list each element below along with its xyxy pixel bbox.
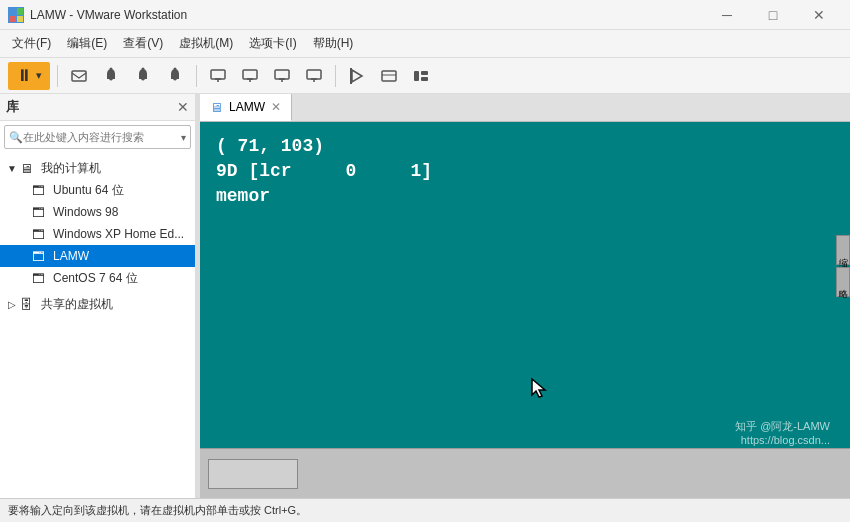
watermark-line2: https://blog.csdn... [735,434,830,446]
window-title: LAMW - VMware Workstation [30,8,187,22]
svg-point-6 [142,67,145,70]
svg-marker-20 [352,70,362,82]
tree-item-lamw[interactable]: 🗔 LAMW [0,245,195,267]
tree-expand-shared: ▷ [4,299,20,310]
toolbar-bell2-button[interactable] [129,62,157,90]
tab-label: LAMW [229,100,265,114]
toolbar-separator-2 [196,65,197,87]
tree-label-centos: CentOS 7 64 位 [53,270,138,287]
svg-point-7 [174,67,177,70]
menu-vm[interactable]: 虚拟机(M) [171,30,241,58]
status-text: 要将输入定向到该虚拟机，请在虚拟机内部单击或按 Ctrl+G。 [8,503,307,518]
toolbar-bell3-button[interactable] [161,62,189,90]
tab-vm-icon: 🖥 [210,100,223,115]
svg-rect-2 [9,16,16,22]
tree-item-winxp[interactable]: 🗔 Windows XP Home Ed... [0,223,195,245]
menu-view[interactable]: 查看(V) [115,30,171,58]
toolbar-separator-1 [57,65,58,87]
tab-bar: 🖥 LAMW ✕ [200,94,850,122]
vm-icon-lamw: 🗔 [32,249,50,264]
vm-screen[interactable]: ( 71, 103) 9D [lcr 0 1] memor 知乎 @阿龙-LAM… [200,122,850,498]
toolbar-screen3-button[interactable] [268,62,296,90]
terminal-line-1: ( 71, 103) [216,134,834,159]
toolbar: ⏸ ▾ [0,58,850,94]
menu-help[interactable]: 帮助(H) [305,30,362,58]
vm-input-field[interactable] [208,459,298,489]
toolbar-play-button[interactable] [343,62,371,90]
svg-rect-14 [275,70,289,79]
vm-icon-centos: 🗔 [32,271,50,286]
pause-button[interactable]: ⏸ ▾ [8,62,50,90]
right-indicator-1[interactable]: 缩 [836,235,850,265]
watermark-line1: 知乎 @阿龙-LAMW [735,419,830,434]
tree-root-item[interactable]: ▼ 🖥 我的计算机 [0,157,195,179]
svg-rect-17 [307,70,321,79]
vm-terminal[interactable]: ( 71, 103) 9D [lcr 0 1] memor [200,122,850,448]
tree-item-centos[interactable]: 🗔 CentOS 7 64 位 [0,267,195,289]
vm-icon-winxp: 🗔 [32,227,50,242]
svg-point-5 [110,67,113,70]
shared-icon: 🗄 [20,297,38,312]
vm-icon-ubuntu: 🗔 [32,183,50,198]
sidebar-close-button[interactable]: ✕ [177,99,189,115]
tree-label-winxp: Windows XP Home Ed... [53,227,184,241]
tree-label-win98: Windows 98 [53,205,118,219]
terminal-line-2: 9D [lcr 0 1] [216,159,834,184]
tree-shared-item[interactable]: ▷ 🗄 共享的虚拟机 [0,293,195,315]
tab-lamw[interactable]: 🖥 LAMW ✕ [200,94,292,121]
vm-tree: ▼ 🖥 我的计算机 🗔 Ubuntu 64 位 🗔 Windows 98 🗔 W… [0,153,195,498]
maximize-button[interactable]: □ [750,0,796,30]
sidebar-search-box[interactable]: 🔍 ▾ [4,125,191,149]
toolbar-screen2-button[interactable] [236,62,264,90]
svg-rect-4 [72,71,86,81]
right-indicators: 缩 略 [836,235,850,297]
app-icon [8,7,24,23]
menu-file[interactable]: 文件(F) [4,30,59,58]
sidebar-header: 库 ✕ [0,94,195,121]
tree-item-ubuntu[interactable]: 🗔 Ubuntu 64 位 [0,179,195,201]
svg-rect-1 [17,8,23,15]
menu-edit[interactable]: 编辑(E) [59,30,115,58]
tree-label-lamw: LAMW [53,249,89,263]
content-area: 🖥 LAMW ✕ ( 71, 103) 9D [lcr 0 1] memor 知… [200,94,850,498]
status-bar: 要将输入定向到该虚拟机，请在虚拟机内部单击或按 Ctrl+G。 [0,498,850,522]
close-button[interactable]: ✕ [796,0,842,30]
watermark: 知乎 @阿龙-LAMW https://blog.csdn... [735,419,830,446]
toolbar-screen4-button[interactable] [300,62,328,90]
svg-rect-24 [414,71,419,81]
svg-rect-11 [243,70,257,79]
toolbar-screen1-button[interactable] [204,62,232,90]
toolbar-bell1-button[interactable] [97,62,125,90]
minimize-button[interactable]: ─ [704,0,750,30]
menu-tab[interactable]: 选项卡(I) [241,30,304,58]
search-icon: 🔍 [9,131,23,144]
search-dropdown-icon[interactable]: ▾ [181,132,186,143]
menu-bar: 文件(F) 编辑(E) 查看(V) 虚拟机(M) 选项卡(I) 帮助(H) [0,30,850,58]
svg-rect-25 [421,71,428,75]
right-indicator-2[interactable]: 略 [836,267,850,297]
toolbar-send-button[interactable] [65,62,93,90]
sidebar: 库 ✕ 🔍 ▾ ▼ 🖥 我的计算机 🗔 Ubuntu 64 位 [0,94,196,498]
search-input[interactable] [23,131,181,143]
toolbar-separator-3 [335,65,336,87]
main-layout: 库 ✕ 🔍 ▾ ▼ 🖥 我的计算机 🗔 Ubuntu 64 位 [0,94,850,498]
title-bar: LAMW - VMware Workstation ─ □ ✕ [0,0,850,30]
tree-label-shared: 共享的虚拟机 [41,296,113,313]
tree-root-label: 我的计算机 [41,160,101,177]
svg-rect-22 [382,71,396,81]
vm-icon-win98: 🗔 [32,205,50,220]
tree-label-ubuntu: Ubuntu 64 位 [53,182,124,199]
toolbar-settings-button[interactable] [407,62,435,90]
terminal-line-3: memor [216,184,834,209]
vm-bottom-bar [200,448,850,498]
window-controls: ─ □ ✕ [704,0,842,30]
svg-rect-0 [9,8,16,15]
toolbar-extra-button[interactable] [375,62,403,90]
svg-rect-8 [211,70,225,79]
tree-expand-icon: ▼ [4,163,20,174]
sidebar-title: 库 [6,98,19,116]
svg-rect-3 [17,16,23,22]
computer-icon: 🖥 [20,161,38,176]
tree-item-win98[interactable]: 🗔 Windows 98 [0,201,195,223]
tab-close-button[interactable]: ✕ [271,100,281,114]
